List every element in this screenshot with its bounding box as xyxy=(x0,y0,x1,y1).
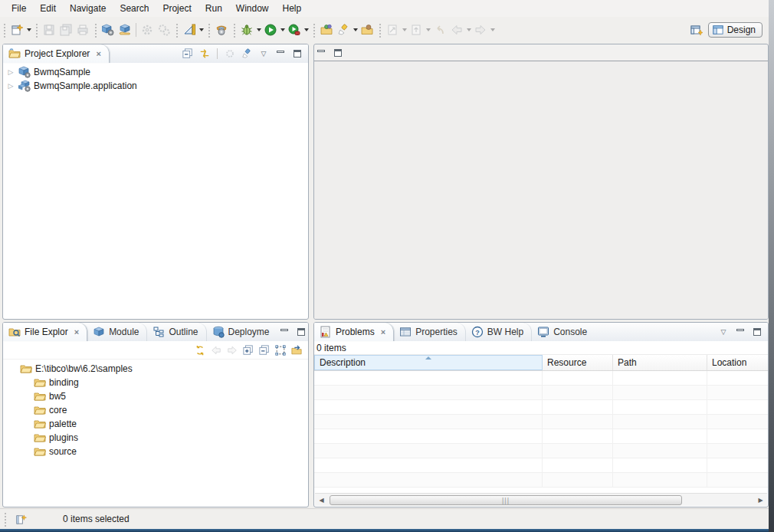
tree-item-source[interactable]: source xyxy=(3,445,308,458)
new-bw-module-button[interactable] xyxy=(100,21,116,38)
tree-item-core[interactable]: core xyxy=(3,403,308,417)
minimize-button[interactable] xyxy=(274,47,287,61)
toolbar-grip[interactable] xyxy=(232,22,236,38)
open-perspective-button[interactable] xyxy=(688,21,705,38)
toolbar-grip[interactable] xyxy=(175,22,179,38)
menu-bar: File Edit Navigate Search Project Run Wi… xyxy=(0,0,774,17)
design-tools-button[interactable] xyxy=(181,21,198,38)
maximize-button[interactable] xyxy=(294,325,308,339)
minimize-button[interactable] xyxy=(733,325,747,339)
go-into-annotation-button xyxy=(408,21,425,38)
new-wizard-dropdown[interactable] xyxy=(25,21,32,38)
view-menu-button[interactable]: ▽ xyxy=(257,47,271,61)
column-header-resource[interactable]: Resource xyxy=(543,355,613,370)
close-icon[interactable]: × xyxy=(96,49,100,58)
tab-bw-help[interactable]: ? BW Help xyxy=(466,323,532,341)
close-icon[interactable]: × xyxy=(381,327,385,337)
new-bw-application-button[interactable] xyxy=(116,21,133,38)
tree-item-bwmqsample[interactable]: ▷ BwmqSample xyxy=(3,65,308,79)
file-explorer-toolbar xyxy=(3,341,308,360)
maximize-button[interactable] xyxy=(331,46,345,60)
collapse-all-button[interactable] xyxy=(181,47,195,61)
refresh-button[interactable] xyxy=(193,343,207,357)
column-header-location[interactable]: Location xyxy=(707,355,768,370)
view-menu-button[interactable]: ▽ xyxy=(717,325,730,339)
toolbar-grip[interactable] xyxy=(34,22,38,38)
maximize-button[interactable] xyxy=(290,47,304,61)
tab-project-explorer[interactable]: Project Explorer × xyxy=(3,44,110,63)
menu-project[interactable]: Project xyxy=(156,1,198,16)
marker-pen-icon xyxy=(337,24,349,36)
link-with-editor-button[interactable] xyxy=(198,47,212,61)
run-dropdown[interactable] xyxy=(279,21,286,38)
menu-search[interactable]: Search xyxy=(113,1,156,16)
go-into-button[interactable] xyxy=(290,343,303,357)
select-working-set-button[interactable] xyxy=(274,343,287,357)
profile-dropdown[interactable] xyxy=(303,21,310,38)
menu-file[interactable]: File xyxy=(5,1,33,16)
maximize-button[interactable] xyxy=(750,325,764,339)
problems-window-tools: ▽ xyxy=(717,323,768,341)
scroll-right-button[interactable]: ▶ xyxy=(754,494,767,507)
toolbar-grip[interactable] xyxy=(378,22,382,38)
scrollbar-thumb[interactable] xyxy=(330,495,682,505)
forward-arrow-icon xyxy=(474,24,487,36)
expander-icon[interactable]: ▷ xyxy=(6,82,15,90)
toolbar-grip[interactable] xyxy=(312,22,316,38)
column-header-path[interactable]: Path xyxy=(613,355,707,370)
toolbar-grip[interactable] xyxy=(207,22,211,38)
menu-run[interactable]: Run xyxy=(198,1,229,16)
fast-view-button[interactable] xyxy=(14,512,28,526)
save-icon xyxy=(43,24,55,36)
build-all-button xyxy=(156,21,172,38)
debug-button[interactable] xyxy=(238,21,255,38)
expand-all-button[interactable] xyxy=(241,343,255,357)
profile-button[interactable] xyxy=(286,21,303,38)
tab-problems[interactable]: Problems × xyxy=(314,323,394,341)
tree-item-bwmqsample-application[interactable]: ▷ BwmqSample.application xyxy=(3,79,308,93)
toolbar-grip[interactable] xyxy=(2,22,6,38)
bw-application-icon xyxy=(119,24,131,36)
tab-outline[interactable]: Outline xyxy=(147,323,206,341)
tree-item-palette[interactable]: palette xyxy=(3,417,308,431)
collapse-all-button[interactable] xyxy=(257,343,271,357)
tab-properties[interactable]: Properties xyxy=(394,323,466,341)
header-separator xyxy=(217,48,218,59)
run-button[interactable] xyxy=(262,21,279,38)
search-marker-dropdown[interactable] xyxy=(352,21,359,38)
search-marker-button[interactable] xyxy=(335,21,352,38)
import-button[interactable] xyxy=(318,21,335,38)
new-wizard-button[interactable] xyxy=(8,21,25,38)
minimize-button[interactable] xyxy=(277,325,291,339)
run-icon xyxy=(264,24,277,36)
design-tools-dropdown[interactable] xyxy=(198,21,205,38)
tab-file-explorer[interactable]: File Explor × xyxy=(3,323,87,341)
tree-item-plugins[interactable]: plugins xyxy=(3,431,308,445)
customize-view-button[interactable] xyxy=(240,47,254,61)
tree-root-samples[interactable]: E:\tibco\bw\6.2\samples xyxy=(3,362,308,376)
menu-window[interactable]: Window xyxy=(229,1,276,16)
column-header-description[interactable]: Description xyxy=(314,355,543,370)
menu-edit[interactable]: Edit xyxy=(33,1,63,16)
expander-icon[interactable]: ▷ xyxy=(6,68,15,76)
tree-item-bw5[interactable]: bw5 xyxy=(3,389,308,403)
tab-deployment[interactable]: Deployme xyxy=(207,323,277,341)
design-perspective-button[interactable]: Design xyxy=(708,22,763,38)
menu-help[interactable]: Help xyxy=(276,1,309,16)
statusbar-grip[interactable] xyxy=(3,511,7,527)
save-all-icon xyxy=(60,24,72,36)
tab-console[interactable]: Console xyxy=(532,323,595,341)
tab-label: Problems xyxy=(336,327,375,337)
tab-module[interactable]: Module xyxy=(87,323,147,341)
toolbar-grip[interactable] xyxy=(93,22,97,38)
close-icon[interactable]: × xyxy=(74,327,79,337)
export-button[interactable] xyxy=(359,21,376,38)
scroll-left-button[interactable]: ◀ xyxy=(315,494,328,507)
minimize-button[interactable] xyxy=(314,46,328,60)
tree-item-binding[interactable]: binding xyxy=(3,376,308,389)
help-icon: ? xyxy=(471,326,484,338)
clean-build-button xyxy=(139,21,156,38)
menu-navigate[interactable]: Navigate xyxy=(63,1,113,16)
debug-dropdown[interactable] xyxy=(255,21,262,38)
create-deployment-artifact-button[interactable] xyxy=(213,21,230,38)
